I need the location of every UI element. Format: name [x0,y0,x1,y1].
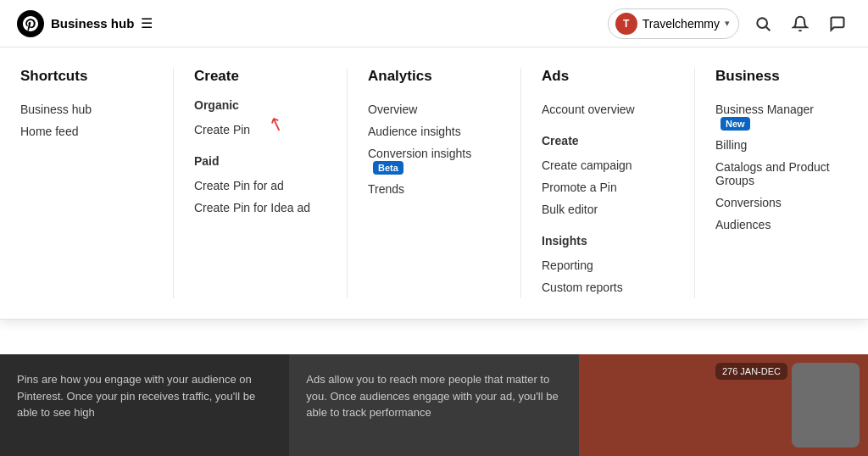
ads-create-label: Create [542,134,674,147]
analytics-title: Analytics [368,68,500,85]
new-badge: New [721,117,750,131]
create-pin-for-idea-ad[interactable]: Create Pin for Idea ad [194,197,326,219]
business-conversions[interactable]: Conversions [715,192,848,214]
ads-title: Ads [542,68,674,85]
red-arrow-icon: ↖ [265,112,287,138]
header-left: Business hub ☰ [17,10,153,37]
dropdown-menu: Shortcuts Business hub Home feed Create … [0,47,868,320]
analytics-column: Analytics Overview Audience insights Con… [348,68,521,298]
messages-button[interactable] [824,10,851,37]
search-button[interactable] [749,10,776,37]
business-manager[interactable]: Business Manager New [715,98,848,134]
ads-insights-label: Insights [542,234,674,247]
create-pin-item[interactable]: Create Pin ↖ [194,119,250,141]
create-column: Create Organic Create Pin ↖ Paid Create … [174,68,348,298]
analytics-overview[interactable]: Overview [368,98,500,120]
chevron-down-icon: ▾ [725,18,730,29]
analytics-conversion-insights[interactable]: Conversion insights Beta [368,142,500,178]
ads-account-overview[interactable]: Account overview [542,98,674,120]
svg-line-1 [766,26,771,31]
paid-label: Paid [194,154,326,168]
business-hub-label: Business hub [51,16,134,31]
notifications-button[interactable] [787,10,814,37]
user-pill[interactable]: T Travelchemmy ▾ [608,8,739,39]
business-audiences[interactable]: Audiences [715,214,848,236]
hamburger-icon[interactable]: ☰ [141,15,153,31]
user-name: Travelchemmy [643,17,720,31]
business-column: Business Business Manager New Billing Ca… [695,68,868,298]
ads-column: Ads Account overview Create Create campa… [521,68,695,298]
shortcuts-column: Shortcuts Business hub Home feed [0,68,174,298]
header-right: T Travelchemmy ▾ [608,8,851,39]
create-title: Create [194,68,326,85]
stat-overlay: 276 JAN-DEC [715,363,787,380]
panel-ads: Ads allow you to reach more people that … [289,354,578,456]
shortcuts-title: Shortcuts [20,68,153,85]
pinterest-logo [17,10,44,37]
organic-label: Organic [194,98,326,112]
business-catalogs[interactable]: Catalogs and Product Groups [715,156,848,192]
business-billing[interactable]: Billing [715,134,848,156]
svg-point-0 [757,18,767,28]
panel-stat: 276 JAN-DEC [579,354,868,456]
panel-image [792,363,860,448]
ads-promote-pin[interactable]: Promote a Pin [542,176,674,198]
analytics-audience-insights[interactable]: Audience insights [368,120,500,142]
analytics-trends[interactable]: Trends [368,178,500,200]
ads-bulk-editor[interactable]: Bulk editor [542,198,674,220]
header: Business hub ☰ T Travelchemmy ▾ [0,0,868,47]
bottom-panels: Pins are how you engage with your audien… [0,354,868,456]
ads-custom-reports[interactable]: Custom reports [542,276,674,298]
panel-pins-text: Pins are how you engage with your audien… [17,371,272,421]
panel-ads-text: Ads allow you to reach more people that … [306,371,561,421]
avatar: T [615,13,637,35]
beta-badge: Beta [373,161,403,175]
business-title: Business [715,68,848,85]
panel-pins: Pins are how you engage with your audien… [0,354,289,456]
shortcuts-home-feed[interactable]: Home feed [20,120,153,142]
shortcuts-business-hub[interactable]: Business hub [20,98,153,120]
ads-reporting[interactable]: Reporting [542,254,674,276]
create-pin-for-ad[interactable]: Create Pin for ad [194,175,326,197]
ads-create-campaign[interactable]: Create campaign [542,154,674,176]
